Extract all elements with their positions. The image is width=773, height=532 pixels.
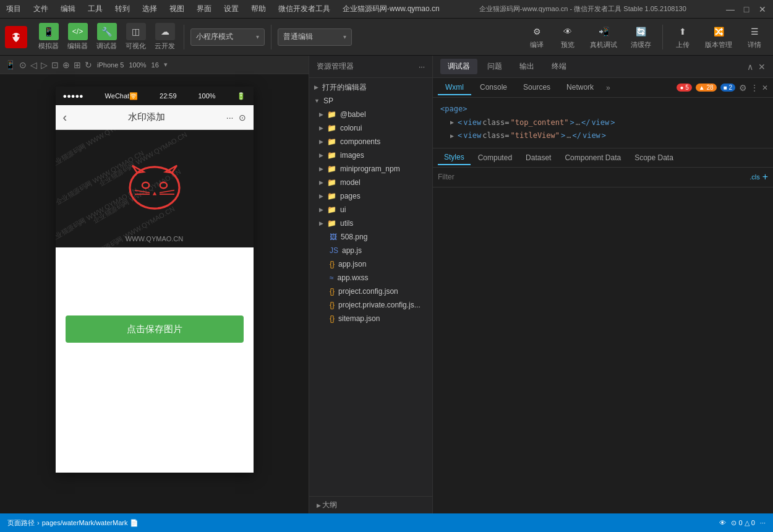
simulator-button[interactable]: 📱 模拟器 [36,22,61,52]
file-508png[interactable]: 🖼 508.png [309,230,432,244]
status-path-copy-icon[interactable]: 📄 [130,519,139,527]
add-style-button[interactable]: + [762,171,768,182]
file-appjs[interactable]: JS app.js [309,244,432,257]
upload-icon: ⬆ [674,24,691,39]
zoom-icon[interactable]: ⊕ [62,60,70,70]
record-icon[interactable]: ⊙ [19,60,27,70]
style-tab-dataset[interactable]: Dataset [519,151,557,165]
folder-model[interactable]: ▶ 📁 model [309,176,432,189]
folder-components[interactable]: ▶ 📁 components [309,135,432,148]
menu-bar[interactable]: 项目 文件 编辑 工具 转到 选择 视图 界面 设置 帮助 微信开发者工具 企业… [6,4,440,14]
menu-item-view[interactable]: 视图 [169,4,184,14]
menu-item-help[interactable]: 帮助 [251,4,266,14]
menu-item-tools[interactable]: 工具 [88,4,103,14]
devtools-settings-icon[interactable]: ⚙ [739,83,747,93]
preview-button[interactable]: 👁 预览 [554,23,581,51]
detail-button[interactable]: ☰ 详情 [741,23,768,51]
folder-images[interactable]: ▶ 📁 images [309,148,432,162]
status-eye-icon[interactable]: 👁 [719,519,726,526]
window-controls[interactable]: — □ ✕ [726,5,767,14]
file-appwxss[interactable]: ≈ app.wxss [309,271,432,285]
menu-item-settings[interactable]: 设置 [224,4,239,14]
folder-pages[interactable]: ▶ 📁 pages [309,189,432,203]
rotation-icon[interactable]: ↻ [85,60,92,70]
dom-line-view1[interactable]: ▶ <view class="top_content" > … </view> [440,116,766,130]
devtools-tab-wxml[interactable]: Wxml [438,80,471,95]
clear-cache-button[interactable]: 🔄 清缓存 [626,23,656,51]
maximize-button[interactable]: □ [742,5,751,14]
style-tab-computed[interactable]: Computed [472,151,518,165]
save-image-button[interactable]: 点击保存图片 [66,315,244,343]
status-path[interactable]: 页面路径 › pages/waterMark/waterMark 📄 [7,518,139,528]
file-projectconfig[interactable]: {} project.config.json [309,285,432,298]
file-appjson[interactable]: {} app.json [309,257,432,271]
debug-close[interactable]: ✕ [758,62,766,72]
file-privateconfig[interactable]: {} project.private.config.js... [309,298,432,312]
status-more-icon[interactable]: ··· [760,519,766,526]
menu-item-project[interactable]: 项目 [6,4,21,14]
babel-arrow: ▶ [319,111,323,118]
upload-button[interactable]: ⬆ 上传 [669,23,696,51]
visual-button[interactable]: ◫ 可视化 [123,22,148,52]
open-editors-section[interactable]: ▶ 打开的编辑器 [309,80,432,94]
screenshot-icon[interactable]: ⊡ [51,60,59,70]
menu-item-interface[interactable]: 界面 [197,4,211,14]
debugger-button[interactable]: 🔧 调试器 [94,22,119,52]
debug-nav-up[interactable]: ∧ [747,62,753,72]
menu-item-edit[interactable]: 编辑 [61,4,75,14]
tab-debugger[interactable]: 调试器 [440,59,477,74]
devtools-tab-network[interactable]: Network [559,80,601,95]
close-button[interactable]: ✕ [758,5,767,14]
style-filter-input[interactable] [438,173,745,181]
phone-icon[interactable]: 📱 [5,60,15,70]
folder-miniprogram-npm[interactable]: ▶ 📁 miniprogram_npm [309,162,432,176]
editor-button[interactable]: </> 编辑器 [65,22,90,52]
version-button[interactable]: 🔀 版本管理 [700,23,737,51]
file-projectconfig-label: project.config.json [338,287,398,296]
minimize-button[interactable]: — [726,5,735,14]
root-folder[interactable]: ▼ SP [309,94,432,108]
folder-ui[interactable]: ▶ 📁 ui [309,203,432,217]
debugger-header-right: ∧ ✕ [747,62,766,72]
phone-nav-bar: ‹ 水印添加 ··· ⊙ [56,105,254,130]
folder-utils[interactable]: ▶ 📁 utils [309,217,432,230]
mode-dropdown[interactable]: 小程序模式 ▾ [190,28,265,46]
menu-item-file[interactable]: 文件 [33,4,48,14]
devtools-tab-console[interactable]: Console [472,80,515,95]
back-icon[interactable]: ◁ [30,60,37,70]
tab-output[interactable]: 输出 [512,59,542,74]
menu-item-goto[interactable]: 转到 [115,4,130,14]
folder-babel[interactable]: ▶ 📁 @babel [309,108,432,121]
style-tab-styles[interactable]: Styles [438,150,471,165]
file-panel-more[interactable]: ··· [419,62,425,71]
cloud-button[interactable]: ☁ 云开发 [152,22,177,52]
folder-colorui[interactable]: ▶ 📁 colorui [309,121,432,135]
menu-item-wechat[interactable]: 微信开发者工具 [278,4,330,14]
style-tab-scope-data[interactable]: Scope Data [628,151,680,165]
menu-item-select[interactable]: 选择 [142,4,157,14]
device-dropdown-arrow[interactable]: ▾ [164,61,168,69]
outline-section[interactable]: ▶ 大纲 [309,496,432,513]
compile-dropdown[interactable]: 普通编辑 ▾ [278,28,352,46]
devtools-more-icon[interactable]: ⋮ [751,84,758,92]
phone-back-button[interactable]: ‹ [63,110,67,124]
dom-line-view2[interactable]: ▶ <view class="titleView" > … </view> [440,129,766,143]
real-debug-button[interactable]: 📲 真机调试 [585,23,622,51]
style-tab-component-data[interactable]: Component Data [558,151,627,165]
phone-wechat: WeChat🛜 [105,92,139,100]
phone-more-button[interactable]: ··· [226,113,234,122]
phone-record-button[interactable]: ⊙ [239,113,246,122]
device-toolbar: 📱 ⊙ ◁ ▷ ⊡ ⊕ ⊞ ↻ iPhone 5 100% 16 ▾ [0,56,309,74]
devtools-tab-more[interactable]: » [602,81,614,95]
forward-icon[interactable]: ▷ [41,60,48,70]
file-sitemap[interactable]: {} sitemap.json [309,312,432,325]
compile-button[interactable]: ⚙ 编译 [523,23,550,51]
separator-2 [271,25,271,49]
warning-badge: ▲ 28 [696,84,717,92]
devtools-tab-sources[interactable]: Sources [516,80,558,95]
tab-problems[interactable]: 问题 [480,59,510,74]
tab-terminal[interactable]: 终端 [544,59,574,74]
devtools-close-icon[interactable]: ✕ [762,84,768,92]
grid-icon[interactable]: ⊞ [74,60,81,70]
cls-button[interactable]: .cls [750,173,760,181]
